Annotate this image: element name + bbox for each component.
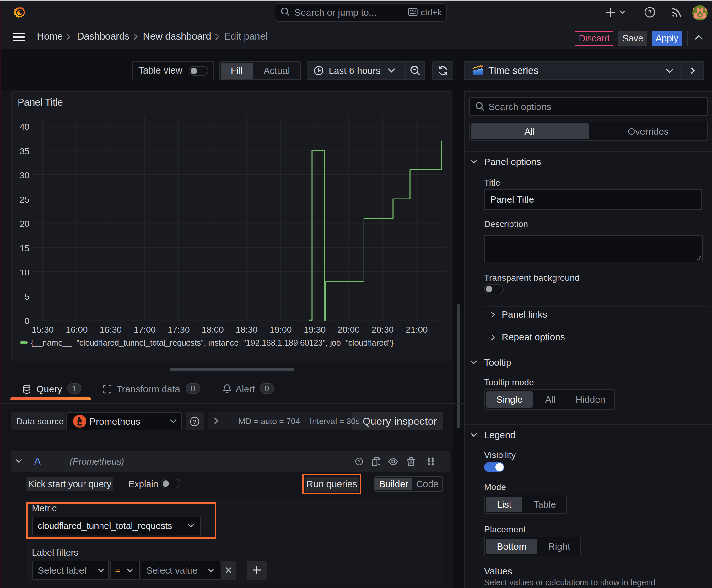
svg-text:?: ? — [358, 459, 361, 464]
svg-text:?: ? — [193, 418, 196, 425]
svg-text:?: ? — [648, 8, 652, 16]
